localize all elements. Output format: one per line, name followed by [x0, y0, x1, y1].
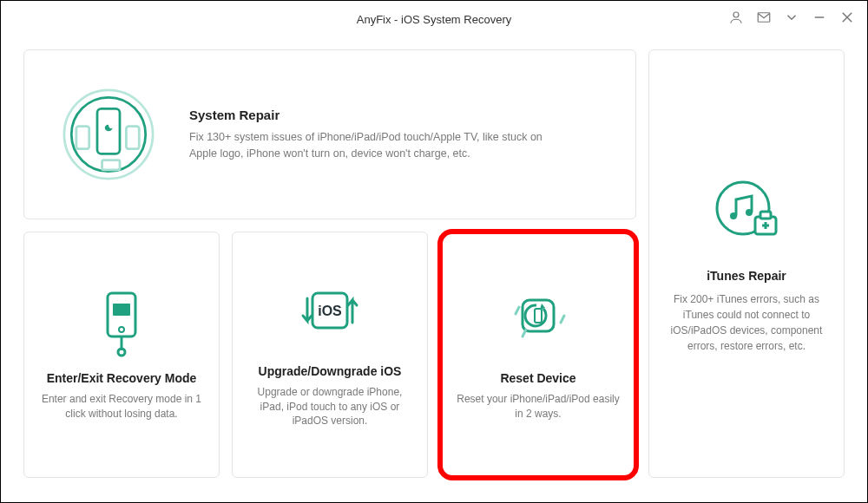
reset-device-desc: Reset your iPhone/iPad/iPod easily in 2 …	[455, 392, 621, 421]
recovery-mode-title: Enter/Exit Recovery Mode	[47, 371, 197, 385]
recovery-mode-icon	[87, 288, 156, 357]
svg-rect-10	[102, 160, 120, 170]
svg-point-13	[746, 209, 753, 216]
system-repair-card[interactable]: System Repair Fix 130+ system issues of …	[23, 49, 636, 219]
svg-text:iOS: iOS	[318, 304, 342, 318]
itunes-repair-title: iTunes Repair	[707, 269, 786, 283]
itunes-repair-icon	[708, 173, 785, 250]
title-bar: AnyFix - iOS System Recovery	[1, 1, 867, 37]
system-repair-desc: Fix 130+ system issues of iPhone/iPad/iP…	[189, 129, 562, 162]
minimize-icon[interactable]	[812, 10, 827, 25]
svg-rect-9	[126, 127, 139, 149]
system-repair-title: System Repair	[189, 108, 562, 122]
minimize-collapse-icon[interactable]	[784, 10, 799, 25]
upgrade-downgrade-desc: Upgrade or downgrade iPhone, iPad, iPod …	[247, 385, 413, 428]
recovery-mode-card[interactable]: Enter/Exit Recovery Mode Enter and exit …	[23, 232, 220, 478]
reset-device-icon	[503, 288, 573, 357]
recovery-mode-desc: Enter and exit Recovery mode in 1 click …	[38, 392, 205, 421]
system-repair-icon	[52, 78, 165, 191]
system-repair-text: System Repair Fix 130+ system issues of …	[189, 108, 562, 162]
window-title: AnyFix - iOS System Recovery	[357, 13, 511, 26]
svg-point-12	[730, 212, 737, 219]
reset-device-card[interactable]: Reset Device Reset your iPhone/iPad/iPod…	[440, 232, 636, 478]
itunes-repair-card[interactable]: iTunes Repair Fix 200+ iTunes errors, su…	[648, 49, 845, 478]
upgrade-downgrade-title: Upgrade/Downgrade iOS	[259, 364, 402, 378]
upgrade-downgrade-card[interactable]: iOS Upgrade/Downgrade iOS Upgrade or dow…	[232, 232, 428, 478]
upgrade-downgrade-icon: iOS	[295, 281, 365, 350]
itunes-repair-desc: Fix 200+ iTunes errors, such as iTunes c…	[665, 291, 828, 354]
svg-rect-8	[76, 127, 89, 149]
reset-device-title: Reset Device	[500, 371, 575, 385]
bottom-cards: Enter/Exit Recovery Mode Enter and exit …	[23, 232, 636, 478]
svg-rect-26	[535, 309, 542, 323]
svg-point-20	[119, 327, 124, 332]
svg-rect-19	[113, 304, 130, 316]
window-controls	[728, 10, 855, 25]
svg-point-22	[118, 349, 125, 356]
mail-icon[interactable]	[756, 10, 772, 25]
content-area: System Repair Fix 130+ system issues of …	[1, 37, 867, 502]
account-icon[interactable]	[728, 10, 744, 25]
svg-point-0	[733, 12, 739, 17]
svg-rect-17	[760, 212, 771, 219]
close-icon[interactable]	[839, 10, 855, 25]
